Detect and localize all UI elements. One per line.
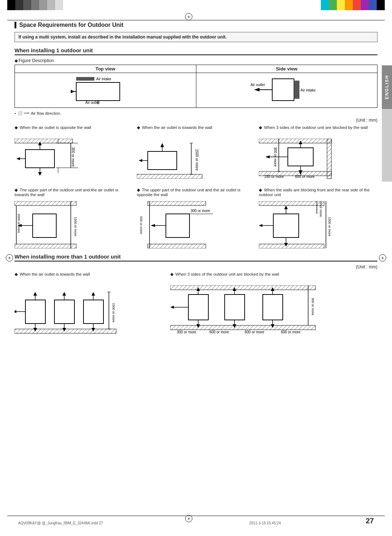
svg-text:150 or more: 150 or more <box>264 175 284 179</box>
svg-rect-8 <box>272 79 294 101</box>
svg-marker-101 <box>62 292 66 296</box>
diagram-3-1: 1500 or more <box>15 285 167 336</box>
diagrams-row-2: The upper part of the outdoor unit and t… <box>15 187 377 248</box>
svg-text:600 or more: 600 or more <box>245 330 264 334</box>
svg-rect-97 <box>83 300 103 324</box>
section-title: Space Requirements for Outdoor Unit <box>15 22 377 28</box>
svg-rect-81 <box>259 244 324 248</box>
diagram-col-1-2: When the air outlet is towards the wall <box>137 125 256 179</box>
top-view-cell: Air intake Air outlet <box>15 73 196 108</box>
caption-2-1: The upper part of the outdoor unit and t… <box>15 187 133 199</box>
svg-rect-80 <box>259 201 324 206</box>
svg-rect-16 <box>25 150 54 168</box>
airflow-note: • ⬜ ⟹ Air flow direction. <box>15 111 377 115</box>
page-content: Space Requirements for Outdoor Unit If u… <box>15 22 377 514</box>
svg-marker-18 <box>16 157 20 160</box>
airflow-text: Air flow direction. <box>31 111 61 115</box>
side-view-header: Side view <box>196 65 377 73</box>
caption-1-2: When the air outlet is towards the wall <box>137 125 256 137</box>
svg-rect-44 <box>288 148 313 166</box>
diagram-col-1-3: When 3 sides of the outdoor unit are blo… <box>259 125 377 182</box>
svg-text:300 or more: 300 or more <box>191 209 210 213</box>
arrow-icon: ⬜ ⟹ <box>17 111 29 115</box>
bottom-border <box>7 516 385 516</box>
svg-rect-94 <box>15 329 116 333</box>
unit-note-2: (Unit : mm) <box>15 264 377 269</box>
page-number: 27 <box>366 517 374 525</box>
reg-mark-right <box>379 254 386 261</box>
diagram-1-3: 300 or more 150 or more 600 or more <box>259 139 377 182</box>
svg-marker-35 <box>139 159 142 162</box>
svg-rect-2 <box>76 82 120 101</box>
svg-marker-135 <box>170 306 174 309</box>
svg-rect-121 <box>263 295 283 320</box>
svg-text:2000 or more: 2000 or more <box>17 214 21 233</box>
caption-2-2: The upper part of the outdoor unit and t… <box>137 187 256 199</box>
footer-filename: AQV09K&Y@ @_Jungfrau_IBIM_E_32448A.indd … <box>18 521 103 525</box>
svg-text:1500 or more: 1500 or more <box>195 149 199 171</box>
caption-2-3: When the walls are blocking front and th… <box>259 187 377 199</box>
svg-text:300 or more: 300 or more <box>319 201 323 217</box>
svg-marker-7 <box>71 90 74 93</box>
footer-left: AQV09K&Y@ @_Jungfrau_IBIM_E_32448A.indd … <box>18 521 281 525</box>
svg-marker-84 <box>259 224 262 227</box>
svg-rect-70 <box>148 201 206 206</box>
english-sidebar: ENGLISH <box>382 65 392 109</box>
svg-rect-30 <box>137 174 202 179</box>
svg-rect-120 <box>225 295 245 320</box>
svg-rect-117 <box>170 285 315 290</box>
caption-1-3: When 3 sides of the outdoor unit are blo… <box>259 125 377 137</box>
svg-text:1500 or more: 1500 or more <box>328 217 331 236</box>
svg-text:600 or more: 600 or more <box>209 330 229 334</box>
svg-marker-111 <box>15 310 16 313</box>
reg-mark-left <box>6 254 13 261</box>
svg-text:600 or more: 600 or more <box>281 330 301 334</box>
unit-note: (Unit : mm) <box>15 118 377 123</box>
figure-desc-label: Figure Description <box>15 58 377 63</box>
diagram-1-1: 300 or more <box>15 139 133 179</box>
svg-text:Air outlet: Air outlet <box>85 101 100 104</box>
svg-rect-58 <box>15 201 76 206</box>
svg-marker-10 <box>254 88 260 92</box>
gray-sidebar-accent <box>382 109 392 182</box>
svg-rect-59 <box>15 244 76 248</box>
svg-marker-33 <box>160 143 164 147</box>
diagram-col-3-1: When the air outlet is towards the wall <box>15 272 167 336</box>
diagram-col-3-2: When 3 sides of the outdoor unit are blo… <box>170 272 377 340</box>
top-border <box>7 20 385 20</box>
diagram-2-1: 2000 or more 1500 or more <box>15 201 133 248</box>
svg-marker-103 <box>91 292 95 296</box>
diagram-2-3: 300 or more 1500 or more <box>259 201 377 248</box>
diagram-col-2-2: The upper part of the outdoor unit and t… <box>137 187 256 248</box>
svg-rect-72 <box>166 214 189 237</box>
diagrams-row-1: When the air outlet is opposite the wall <box>15 125 377 182</box>
svg-rect-0 <box>76 77 94 81</box>
svg-marker-74 <box>151 224 155 227</box>
svg-rect-60 <box>33 214 56 237</box>
diagram-col-2-3: When the walls are blocking front and th… <box>259 187 377 248</box>
svg-marker-99 <box>33 292 37 296</box>
svg-marker-86 <box>284 206 288 209</box>
diagram-2-2: 300 or more 500 or more <box>137 201 256 248</box>
diagram-col-2-1: The upper part of the outdoor unit and t… <box>15 187 133 248</box>
svg-text:1500 or more: 1500 or more <box>74 217 77 236</box>
subsection2-heading: When installing more than 1 outdoor unit <box>15 253 377 261</box>
svg-marker-20 <box>38 172 42 176</box>
svg-rect-119 <box>188 295 208 320</box>
svg-text:300 or more: 300 or more <box>177 330 196 334</box>
svg-text:500 or more: 500 or more <box>139 216 143 234</box>
caption-1-1: When the air outlet is opposite the wall <box>15 125 133 137</box>
svg-rect-71 <box>148 244 206 248</box>
side-view-diagram: Air outlet Air intake <box>250 75 323 104</box>
svg-rect-118 <box>170 325 315 330</box>
top-view-diagram: Air intake Air outlet <box>69 75 142 104</box>
svg-rect-96 <box>54 300 74 324</box>
caption-3-2: When 3 sides of the outdoor unit are blo… <box>170 272 377 283</box>
top-view-header: Top view <box>15 65 196 73</box>
svg-text:300 or more: 300 or more <box>71 147 75 167</box>
svg-text:600 or more: 600 or more <box>295 175 315 179</box>
svg-text:Air intake: Air intake <box>96 77 111 81</box>
language-label: ENGLISH <box>384 75 389 99</box>
svg-marker-46 <box>265 155 270 158</box>
svg-text:300 or more: 300 or more <box>273 147 277 167</box>
